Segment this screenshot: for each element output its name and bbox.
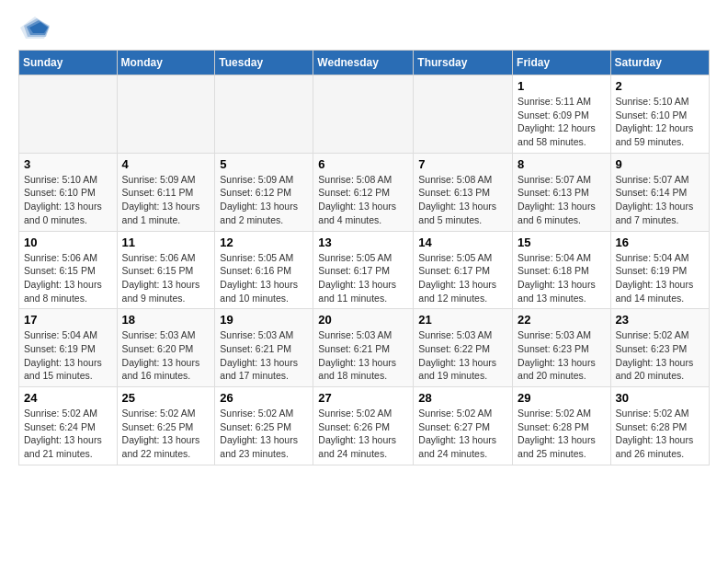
calendar-cell: 11 Sunrise: 5:06 AM Sunset: 6:15 PM Dayl… <box>117 231 215 309</box>
day-info: Sunrise: 5:06 AM Sunset: 6:15 PM Dayligh… <box>24 251 112 305</box>
day-info: Sunrise: 5:02 AM Sunset: 6:26 PM Dayligh… <box>318 407 408 461</box>
calendar-cell: 16 Sunrise: 5:04 AM Sunset: 6:19 PM Dayl… <box>610 231 709 309</box>
day-number: 28 <box>418 391 507 405</box>
day-number: 25 <box>122 391 210 405</box>
calendar-cell: 22 Sunrise: 5:03 AM Sunset: 6:23 PM Dayl… <box>513 309 611 387</box>
day-info: Sunrise: 5:09 AM Sunset: 6:11 PM Dayligh… <box>122 173 210 227</box>
calendar-cell: 1 Sunrise: 5:11 AM Sunset: 6:09 PM Dayli… <box>513 75 611 154</box>
day-number: 19 <box>220 313 308 327</box>
calendar-cell: 4 Sunrise: 5:09 AM Sunset: 6:11 PM Dayli… <box>117 153 215 231</box>
day-number: 2 <box>616 79 704 93</box>
day-number: 21 <box>418 313 507 327</box>
calendar-cell: 2 Sunrise: 5:10 AM Sunset: 6:10 PM Dayli… <box>610 75 709 154</box>
day-number: 7 <box>418 157 507 171</box>
day-info: Sunrise: 5:02 AM Sunset: 6:28 PM Dayligh… <box>518 407 606 461</box>
day-info: Sunrise: 5:02 AM Sunset: 6:24 PM Dayligh… <box>24 407 112 461</box>
day-info: Sunrise: 5:02 AM Sunset: 6:25 PM Dayligh… <box>122 407 210 461</box>
calendar-cell: 20 Sunrise: 5:03 AM Sunset: 6:21 PM Dayl… <box>313 309 414 387</box>
day-number: 30 <box>616 391 704 405</box>
calendar-cell: 14 Sunrise: 5:05 AM Sunset: 6:17 PM Dayl… <box>414 231 513 309</box>
day-number: 9 <box>616 157 704 171</box>
day-info: Sunrise: 5:02 AM Sunset: 6:27 PM Dayligh… <box>418 407 507 461</box>
weekday-header-thursday: Thursday <box>414 51 513 75</box>
weekday-header-tuesday: Tuesday <box>215 51 313 75</box>
day-info: Sunrise: 5:02 AM Sunset: 6:25 PM Dayligh… <box>220 407 308 461</box>
calendar-cell: 3 Sunrise: 5:10 AM Sunset: 6:10 PM Dayli… <box>19 153 118 231</box>
day-info: Sunrise: 5:04 AM Sunset: 6:18 PM Dayligh… <box>518 251 606 305</box>
calendar-cell <box>313 75 414 154</box>
day-info: Sunrise: 5:02 AM Sunset: 6:23 PM Dayligh… <box>616 328 704 383</box>
calendar-cell: 7 Sunrise: 5:08 AM Sunset: 6:13 PM Dayli… <box>414 153 513 231</box>
calendar-cell: 5 Sunrise: 5:09 AM Sunset: 6:12 PM Dayli… <box>215 153 313 231</box>
page-header <box>18 15 710 40</box>
calendar-cell <box>117 75 215 154</box>
weekday-header-monday: Monday <box>117 51 215 75</box>
weekday-header-sunday: Sunday <box>19 51 118 75</box>
calendar-cell: 26 Sunrise: 5:02 AM Sunset: 6:25 PM Dayl… <box>215 387 313 465</box>
calendar-cell: 23 Sunrise: 5:02 AM Sunset: 6:23 PM Dayl… <box>610 309 709 387</box>
day-number: 4 <box>122 157 210 171</box>
calendar-cell: 29 Sunrise: 5:02 AM Sunset: 6:28 PM Dayl… <box>513 387 611 465</box>
calendar-cell: 25 Sunrise: 5:02 AM Sunset: 6:25 PM Dayl… <box>117 387 215 465</box>
weekday-header-friday: Friday <box>513 51 611 75</box>
day-info: Sunrise: 5:05 AM Sunset: 6:17 PM Dayligh… <box>318 251 408 305</box>
day-number: 29 <box>518 391 606 405</box>
calendar-cell: 9 Sunrise: 5:07 AM Sunset: 6:14 PM Dayli… <box>610 153 709 231</box>
day-info: Sunrise: 5:09 AM Sunset: 6:12 PM Dayligh… <box>220 173 308 227</box>
calendar-cell: 17 Sunrise: 5:04 AM Sunset: 6:19 PM Dayl… <box>19 309 118 387</box>
day-number: 27 <box>318 391 408 405</box>
day-info: Sunrise: 5:04 AM Sunset: 6:19 PM Dayligh… <box>24 328 112 383</box>
day-info: Sunrise: 5:06 AM Sunset: 6:15 PM Dayligh… <box>122 251 210 305</box>
day-number: 12 <box>220 236 308 249</box>
day-number: 15 <box>518 236 606 249</box>
calendar-cell: 18 Sunrise: 5:03 AM Sunset: 6:20 PM Dayl… <box>117 309 215 387</box>
day-number: 17 <box>24 313 112 327</box>
calendar-cell: 10 Sunrise: 5:06 AM Sunset: 6:15 PM Dayl… <box>19 231 118 309</box>
day-info: Sunrise: 5:07 AM Sunset: 6:13 PM Dayligh… <box>518 173 606 227</box>
day-number: 23 <box>616 313 704 327</box>
logo-icon <box>18 15 51 40</box>
calendar-cell: 6 Sunrise: 5:08 AM Sunset: 6:12 PM Dayli… <box>313 153 414 231</box>
day-info: Sunrise: 5:08 AM Sunset: 6:13 PM Dayligh… <box>418 173 507 227</box>
day-number: 1 <box>518 79 606 93</box>
day-number: 11 <box>122 236 210 249</box>
day-number: 18 <box>122 313 210 327</box>
day-info: Sunrise: 5:03 AM Sunset: 6:23 PM Dayligh… <box>518 328 606 383</box>
calendar-week-3: 10 Sunrise: 5:06 AM Sunset: 6:15 PM Dayl… <box>19 231 710 309</box>
calendar-cell: 21 Sunrise: 5:03 AM Sunset: 6:22 PM Dayl… <box>414 309 513 387</box>
calendar-week-5: 24 Sunrise: 5:02 AM Sunset: 6:24 PM Dayl… <box>19 387 710 465</box>
calendar-week-4: 17 Sunrise: 5:04 AM Sunset: 6:19 PM Dayl… <box>19 309 710 387</box>
calendar-cell <box>19 75 118 154</box>
calendar-cell: 28 Sunrise: 5:02 AM Sunset: 6:27 PM Dayl… <box>414 387 513 465</box>
day-number: 22 <box>518 313 606 327</box>
calendar-cell: 24 Sunrise: 5:02 AM Sunset: 6:24 PM Dayl… <box>19 387 118 465</box>
day-info: Sunrise: 5:10 AM Sunset: 6:10 PM Dayligh… <box>24 173 112 227</box>
day-number: 8 <box>518 157 606 171</box>
day-info: Sunrise: 5:05 AM Sunset: 6:16 PM Dayligh… <box>220 251 308 305</box>
day-number: 3 <box>24 157 112 171</box>
day-number: 10 <box>24 236 112 249</box>
day-number: 6 <box>318 157 408 171</box>
logo <box>18 15 55 40</box>
day-number: 16 <box>616 236 704 249</box>
day-info: Sunrise: 5:03 AM Sunset: 6:22 PM Dayligh… <box>418 328 507 383</box>
day-number: 24 <box>24 391 112 405</box>
day-number: 13 <box>318 236 408 249</box>
day-number: 5 <box>220 157 308 171</box>
calendar-week-2: 3 Sunrise: 5:10 AM Sunset: 6:10 PM Dayli… <box>19 153 710 231</box>
calendar-cell: 19 Sunrise: 5:03 AM Sunset: 6:21 PM Dayl… <box>215 309 313 387</box>
day-info: Sunrise: 5:04 AM Sunset: 6:19 PM Dayligh… <box>616 251 704 305</box>
calendar-table: SundayMondayTuesdayWednesdayThursdayFrid… <box>18 50 710 465</box>
calendar-cell <box>414 75 513 154</box>
day-info: Sunrise: 5:03 AM Sunset: 6:20 PM Dayligh… <box>122 328 210 383</box>
calendar-cell: 8 Sunrise: 5:07 AM Sunset: 6:13 PM Dayli… <box>513 153 611 231</box>
day-info: Sunrise: 5:08 AM Sunset: 6:12 PM Dayligh… <box>318 173 408 227</box>
day-number: 26 <box>220 391 308 405</box>
day-info: Sunrise: 5:11 AM Sunset: 6:09 PM Dayligh… <box>518 95 606 149</box>
day-info: Sunrise: 5:05 AM Sunset: 6:17 PM Dayligh… <box>418 251 507 305</box>
calendar-cell: 13 Sunrise: 5:05 AM Sunset: 6:17 PM Dayl… <box>313 231 414 309</box>
day-info: Sunrise: 5:10 AM Sunset: 6:10 PM Dayligh… <box>616 95 704 149</box>
day-info: Sunrise: 5:03 AM Sunset: 6:21 PM Dayligh… <box>220 328 308 383</box>
weekday-header-wednesday: Wednesday <box>313 51 414 75</box>
calendar-cell: 27 Sunrise: 5:02 AM Sunset: 6:26 PM Dayl… <box>313 387 414 465</box>
